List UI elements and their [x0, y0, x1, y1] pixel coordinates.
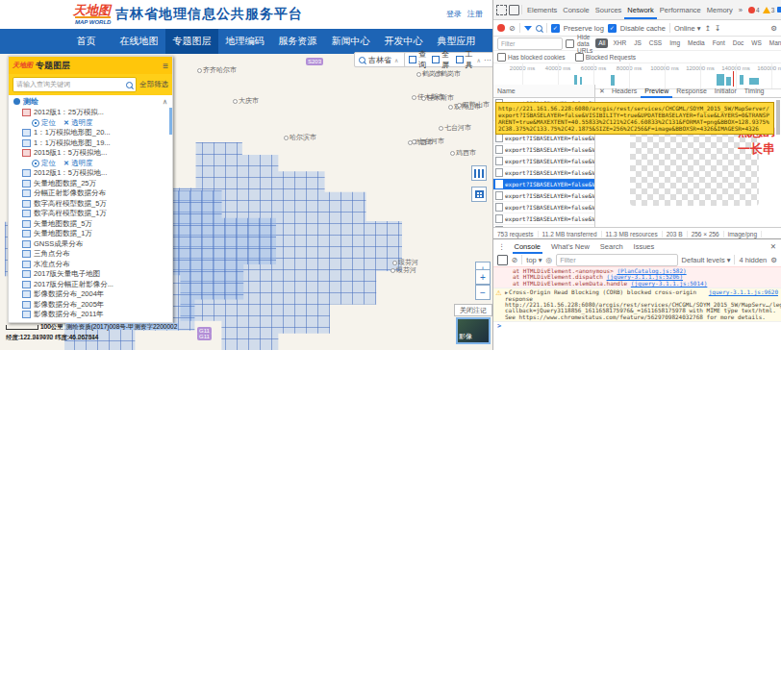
network-panel-tab[interactable]: Headers — [608, 85, 641, 98]
network-filter-chip[interactable]: All — [595, 38, 608, 48]
error-badge[interactable]: 4 — [748, 7, 760, 13]
throttling-select[interactable]: Online ▾ — [674, 24, 701, 33]
opacity-action[interactable]: ✕透明度 — [63, 118, 92, 128]
opacity-action[interactable]: ✕透明度 — [63, 159, 92, 168]
console-message[interactable]: at HTMLDivElement.<anonymous> (PlanCatal… — [493, 266, 781, 288]
network-request-row[interactable]: export?ISBASELAYER=false&VISIBILITY=tru — [493, 202, 594, 213]
sidebar-layer-item[interactable]: 影像数据分布_2011年 — [9, 310, 172, 320]
log-levels-select[interactable]: Default levels ▾ — [682, 256, 731, 264]
devtools-tab[interactable]: Network — [624, 1, 657, 19]
nav-item[interactable]: 在线地图 — [113, 29, 165, 54]
locate-action[interactable]: 定位 — [32, 159, 56, 168]
sidebar-layer-item[interactable]: 2017版矢量电子地图 — [9, 269, 172, 280]
sidebar-layer-item[interactable]: 三角点分布 — [9, 249, 172, 260]
network-filter-chip[interactable]: WS — [748, 38, 764, 48]
locate-action[interactable]: 定位 — [32, 118, 56, 128]
sidebar-layer-item[interactable]: 矢量地图数据_25万 — [9, 179, 172, 189]
devtools-tab[interactable]: Performance — [657, 1, 704, 19]
network-request-row[interactable]: export?ISBASELAYER=false&VISIBILITY=tru — [493, 167, 594, 179]
login-link[interactable]: 登录 — [446, 9, 462, 19]
drawer-tab[interactable]: Console — [513, 239, 543, 254]
network-filter-chip[interactable]: CSS — [646, 38, 665, 48]
inspect-icon[interactable] — [496, 5, 507, 15]
sidebar-layer-item[interactable]: 1：1万模拟地形图_19... — [9, 138, 172, 149]
layer-group-header[interactable]: 测绘 ∧ — [9, 95, 172, 108]
network-panel-tab[interactable]: Timing — [741, 85, 768, 98]
query-button[interactable]: 查询 — [409, 49, 429, 70]
blocked-cookies-checkbox[interactable] — [497, 53, 506, 62]
disable-cache-checkbox[interactable]: ✓ — [608, 24, 617, 33]
sidebar-layer-item[interactable]: 数字高程模型数据_5万 — [9, 199, 172, 210]
network-filter-chip[interactable]: JS — [631, 38, 644, 48]
network-filter-chip[interactable]: XHR — [610, 38, 629, 48]
search-icon[interactable] — [126, 82, 133, 88]
tools-button[interactable]: 工具∧ — [456, 49, 481, 70]
close-detail-icon[interactable]: ✕ — [596, 88, 608, 95]
toggle-labels-button[interactable]: 关闭注记 — [454, 304, 492, 316]
console-sidebar-icon[interactable] — [497, 255, 508, 265]
network-filter-chip[interactable]: Manifest — [767, 38, 781, 48]
network-filter-chip[interactable]: Doc — [730, 38, 747, 48]
zoom-out-button[interactable]: − — [475, 285, 491, 300]
devtools-tab[interactable]: Memory — [704, 1, 736, 19]
network-filter-chip[interactable]: Font — [710, 38, 728, 48]
issues-badge[interactable]: 57 — [777, 7, 781, 13]
drawer-tab[interactable]: Search — [598, 239, 625, 254]
network-request-row[interactable]: export?ISBASELAYER=false&VISIBILITY=tru — [493, 144, 594, 156]
sidebar-layer-item[interactable]: 2017版分幅正射影像分... — [9, 280, 172, 290]
warning-badge[interactable]: 3 — [763, 7, 775, 13]
devtools-tab[interactable]: Sources — [592, 1, 625, 19]
sidebar-layer-item[interactable]: 矢量地图数据_1万 — [9, 229, 172, 239]
nav-item[interactable]: 地理编码 — [218, 29, 271, 54]
sidebar-layer-item[interactable]: 影像数据分布_2005年 — [9, 300, 172, 311]
network-request-row[interactable]: export?ISBASELAYER=false&VISIBILITY=tru — [493, 190, 594, 202]
name-column-header[interactable]: Name — [493, 85, 595, 98]
network-request-row[interactable]: export?ISBASELAYER=false&VISIBILITY=tru — [493, 156, 594, 167]
console-prompt[interactable]: > — [493, 322, 781, 330]
sidebar-layer-item[interactable]: 2012版1：5万模拟地... — [9, 168, 172, 179]
network-filter-input[interactable]: Filter — [497, 38, 563, 50]
console-filter-input[interactable]: Filter — [556, 254, 677, 266]
fullscreen-button[interactable]: 全屏 — [432, 49, 452, 70]
record-icon[interactable] — [497, 24, 505, 32]
console-settings-icon[interactable]: ⚙ — [770, 256, 777, 264]
sidebar-layer-item[interactable]: 分幅正射影像数据分布 — [9, 188, 172, 199]
context-selector[interactable]: top ▾ — [526, 256, 542, 264]
chart-widget-button[interactable] — [471, 165, 487, 181]
preserve-log-checkbox[interactable]: ✓ — [551, 24, 560, 33]
import-har-icon[interactable]: ↥ — [704, 24, 710, 33]
search-icon[interactable] — [536, 25, 542, 32]
zoom-in-button[interactable]: + — [475, 269, 491, 285]
sidebar-layer-item[interactable]: 2012版1：25万模拟... — [9, 108, 172, 118]
basemap-thumbnail[interactable]: 影像 — [456, 317, 491, 344]
device-toolbar-icon[interactable] — [509, 5, 519, 15]
sidebar-layer-item[interactable]: 影像数据分布_2004年 — [9, 289, 172, 300]
network-panel-tab[interactable]: Response — [672, 85, 711, 98]
sidebar-layer-item[interactable]: 2015版1：5万模拟地... — [9, 148, 172, 159]
devtools-tab[interactable]: Elements — [524, 1, 560, 19]
hide-data-urls-checkbox[interactable] — [566, 39, 574, 48]
blocked-requests-checkbox[interactable] — [575, 53, 584, 62]
network-settings-icon[interactable]: ⚙ — [770, 24, 777, 33]
nav-item[interactable]: 服务资源 — [271, 29, 324, 54]
network-panel-tab[interactable]: Initiator — [711, 85, 741, 98]
nav-item[interactable]: 首页 — [60, 29, 113, 54]
network-panel-tab[interactable]: Preview — [641, 85, 672, 98]
filter-all-button[interactable]: 全部筛选 — [139, 80, 168, 89]
sidebar-layer-item[interactable]: GNSS成果分布 — [9, 239, 172, 250]
sidebar-layer-item[interactable]: 水准点分布 — [9, 260, 172, 270]
register-link[interactable]: 注册 — [467, 9, 483, 19]
drawer-tab[interactable]: What's New — [549, 239, 592, 254]
close-drawer-icon[interactable]: ✕ — [770, 242, 776, 251]
region-select[interactable]: 吉林省∧ — [354, 52, 410, 67]
devtools-tab[interactable]: Console — [560, 1, 592, 19]
network-request-row[interactable]: export?ISBASELAYER=false&VISIBILITY=tru — [493, 179, 594, 190]
panel-menu-icon[interactable]: ≡ — [163, 61, 168, 71]
more-button[interactable]: ··· — [484, 56, 491, 64]
export-har-icon[interactable]: ↧ — [715, 24, 720, 33]
sidebar-layer-item[interactable]: 1：1万模拟地形图_20... — [9, 128, 172, 138]
drawer-tab[interactable]: Issues — [632, 239, 657, 254]
sidebar-layer-item[interactable]: 矢量地图数据_5万 — [9, 219, 172, 230]
nav-item[interactable]: 新闻中心 — [324, 29, 377, 54]
devtools-tab[interactable]: » — [736, 1, 745, 19]
